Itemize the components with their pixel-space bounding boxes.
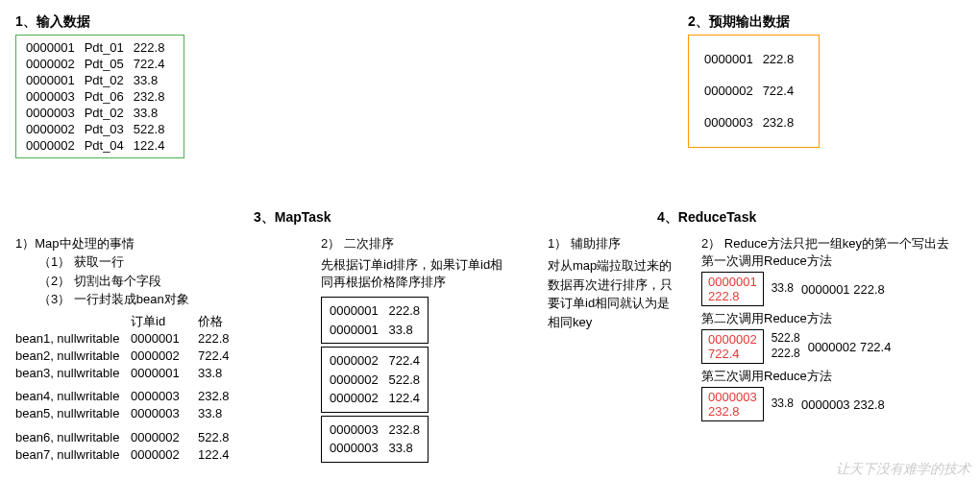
watermark-text: 让天下没有难学的技术 bbox=[836, 461, 970, 478]
table-row: 0000002Pdt_04122.4 bbox=[26, 137, 174, 154]
reduce-sub2-title: 2） Reduce方法只把一组key的第一个写出去 bbox=[701, 235, 970, 252]
table-row: 0000003232.8 bbox=[704, 107, 803, 138]
sort-group-2: 0000002 722.4 0000002 522.8 0000002 122.… bbox=[321, 347, 429, 413]
sort-group-3: 0000003 232.8 0000003 33.8 bbox=[321, 416, 429, 463]
bean-row: bean2, nullwritable0000002722.4 bbox=[15, 348, 230, 365]
table-row: 0000002722.4 bbox=[704, 75, 803, 107]
section4-title: 4、ReduceTask bbox=[657, 209, 756, 227]
bean-row: bean4, nullwritable0000003232.8 bbox=[15, 388, 230, 405]
bean-header-id: 订单id bbox=[131, 313, 198, 330]
map-sub1-title: 1）Map中处理的事情 bbox=[15, 235, 230, 252]
map-sub2-title: 2） 二次排序 bbox=[321, 235, 503, 252]
map-sub2-desc: 先根据订单id排序，如果订单id相同再根据价格降序排序 bbox=[321, 256, 503, 291]
map-step-2: （2） 切割出每个字段 bbox=[38, 272, 230, 291]
input-data-table: 0000001Pdt_01222.8 0000002Pdt_05722.4 00… bbox=[26, 39, 174, 154]
table-row: 0000002Pdt_03522.8 bbox=[26, 121, 174, 137]
map-step-1: （1） 获取一行 bbox=[38, 252, 230, 272]
expected-output-table: 0000001222.8 0000002722.4 0000003232.8 bbox=[704, 43, 803, 139]
section1-title: 1、输入数据 bbox=[15, 13, 184, 31]
reduce-call-3: 第三次调用Reduce方法 0000003 232.8 33.8 0000003… bbox=[701, 368, 970, 421]
reduce-output: 0000001 222.8 bbox=[801, 282, 885, 297]
reduce-call-1: 第一次调用Reduce方法 0000001 222.8 33.8 0000001… bbox=[701, 252, 970, 306]
reduce-sub1-title: 1） 辅助排序 bbox=[548, 235, 682, 252]
table-row: 0000001Pdt_01222.8 bbox=[26, 39, 174, 56]
expected-output-box: 0000001222.8 0000002722.4 0000003232.8 bbox=[688, 35, 820, 148]
bean-row: bean3, nullwritable000000133.8 bbox=[15, 365, 230, 382]
table-row: 0000001Pdt_0233.8 bbox=[26, 72, 174, 88]
table-row: 0000002Pdt_05722.4 bbox=[26, 56, 174, 72]
reduce-output: 0000003 232.8 bbox=[801, 397, 885, 412]
bean-row: bean7, nullwritable0000002122.4 bbox=[15, 446, 230, 464]
reduce-sub1-desc: 对从map端拉取过来的数据再次进行排序，只要订单id相同就认为是相同key bbox=[548, 256, 682, 331]
sort-group-1: 0000001 222.8 0000001 33.8 bbox=[321, 297, 429, 344]
reduce-call-2: 第二次调用Reduce方法 0000002 722.4 522.8 222.8 … bbox=[701, 310, 970, 364]
reduce-key-box: 0000001 222.8 bbox=[701, 272, 764, 306]
reduce-output: 0000002 722.4 bbox=[808, 340, 892, 354]
reduce-extra: 33.8 bbox=[772, 281, 794, 297]
bean-row: bean1, nullwritable0000001222.8 bbox=[15, 330, 230, 348]
table-row: 0000001222.8 bbox=[704, 43, 803, 75]
reduce-key-box: 0000002 722.4 bbox=[701, 329, 764, 364]
table-row: 0000003Pdt_06232.8 bbox=[26, 88, 174, 105]
bean-header-price: 价格 bbox=[198, 314, 223, 328]
reduce-extra: 33.8 bbox=[772, 396, 794, 412]
section2-title: 2、预期输出数据 bbox=[688, 13, 820, 31]
bean-row: bean6, nullwritable0000002522.8 bbox=[15, 429, 230, 446]
section3-title: 3、MapTask bbox=[254, 209, 331, 227]
input-data-box: 0000001Pdt_01222.8 0000002Pdt_05722.4 00… bbox=[15, 35, 184, 158]
reduce-extra: 522.8 222.8 bbox=[772, 331, 800, 361]
reduce-key-box: 0000003 232.8 bbox=[701, 387, 764, 421]
table-row: 0000003Pdt_0233.8 bbox=[26, 105, 174, 121]
bean-row: bean5, nullwritable000000333.8 bbox=[15, 405, 230, 422]
map-step-3: （3） 一行封装成bean对象 bbox=[38, 290, 230, 309]
